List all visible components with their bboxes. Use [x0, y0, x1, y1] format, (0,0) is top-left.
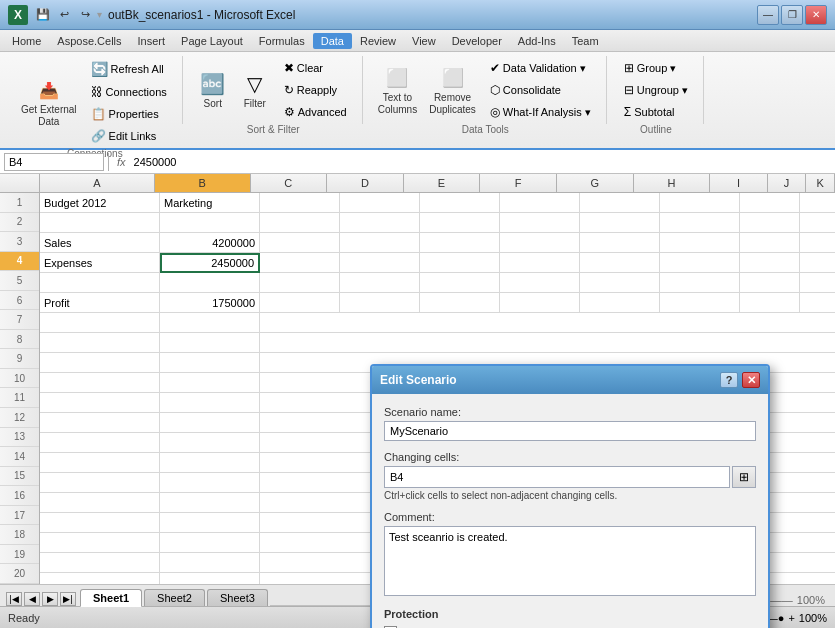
- cell-D6[interactable]: [340, 293, 420, 313]
- cell-C2[interactable]: [260, 213, 340, 233]
- close-btn[interactable]: ✕: [805, 5, 827, 25]
- cell-rest-7[interactable]: [260, 313, 835, 333]
- cell-E3[interactable]: [420, 233, 500, 253]
- cell-I4[interactable]: [740, 253, 800, 273]
- remove-duplicates-btn[interactable]: ⬜ RemoveDuplicates: [424, 61, 481, 119]
- cell-A6[interactable]: Profit: [40, 293, 160, 313]
- menu-data[interactable]: Data: [313, 33, 352, 49]
- cell-I6[interactable]: [740, 293, 800, 313]
- cell-C5[interactable]: [260, 273, 340, 293]
- cell-J2[interactable]: [800, 213, 835, 233]
- cell-E6[interactable]: [420, 293, 500, 313]
- changing-cells-input[interactable]: [384, 466, 730, 488]
- col-header-F[interactable]: F: [480, 174, 557, 192]
- cell-J4[interactable]: [800, 253, 835, 273]
- data-validation-btn[interactable]: ✔ Data Validation ▾: [483, 58, 598, 78]
- cell-C1[interactable]: [260, 193, 340, 213]
- cell-G4[interactable]: [580, 253, 660, 273]
- row-num-12[interactable]: 12: [0, 408, 39, 428]
- cell-A1[interactable]: Budget 2012: [40, 193, 160, 213]
- cell-E4[interactable]: [420, 253, 500, 273]
- row-num-7[interactable]: 7: [0, 310, 39, 330]
- cell-D1[interactable]: [340, 193, 420, 213]
- cell-C3[interactable]: [260, 233, 340, 253]
- clear-btn[interactable]: ✖ Clear: [277, 58, 354, 78]
- undo-quick-btn[interactable]: ↩: [55, 6, 73, 24]
- cell-G2[interactable]: [580, 213, 660, 233]
- cell-J3[interactable]: [800, 233, 835, 253]
- sheet-tab-sheet1[interactable]: Sheet1: [80, 589, 142, 607]
- col-header-I[interactable]: I: [710, 174, 768, 192]
- cell-J5[interactable]: [800, 273, 835, 293]
- menu-addins[interactable]: Add-Ins: [510, 33, 564, 49]
- cell-F5[interactable]: [500, 273, 580, 293]
- cell-A5[interactable]: [40, 273, 160, 293]
- col-header-K[interactable]: K: [806, 174, 835, 192]
- cell-A3[interactable]: Sales: [40, 233, 160, 253]
- row-num-4[interactable]: 4: [0, 252, 39, 272]
- name-box[interactable]: [4, 153, 104, 171]
- cell-D3[interactable]: [340, 233, 420, 253]
- text-to-columns-btn[interactable]: ⬜ Text toColumns: [373, 61, 422, 119]
- dialog-help-btn[interactable]: ?: [720, 372, 738, 388]
- sheet-nav-next-btn[interactable]: ▶: [42, 592, 58, 606]
- row-num-20[interactable]: 20: [0, 564, 39, 584]
- cell-H2[interactable]: [660, 213, 740, 233]
- cell-J1[interactable]: [800, 193, 835, 213]
- menu-aspose[interactable]: Aspose.Cells: [49, 33, 129, 49]
- cell-F3[interactable]: [500, 233, 580, 253]
- cell-H6[interactable]: [660, 293, 740, 313]
- cell-B5[interactable]: [160, 273, 260, 293]
- cell-D4[interactable]: [340, 253, 420, 273]
- cell-A4[interactable]: Expenses: [40, 253, 160, 273]
- cell-picker-btn[interactable]: ⊞: [732, 466, 756, 488]
- cell-E2[interactable]: [420, 213, 500, 233]
- filter-btn[interactable]: ▽ Filter: [235, 67, 275, 113]
- cell-C4[interactable]: [260, 253, 340, 273]
- cell-E5[interactable]: [420, 273, 500, 293]
- sheet-nav-last-btn[interactable]: ▶|: [60, 592, 76, 606]
- menu-developer[interactable]: Developer: [444, 33, 510, 49]
- comment-textarea[interactable]: Test sceanrio is created.: [384, 526, 756, 596]
- refresh-all-btn[interactable]: 🔄 Refresh All: [84, 58, 174, 80]
- col-header-B[interactable]: B: [155, 174, 251, 192]
- col-header-G[interactable]: G: [557, 174, 634, 192]
- get-external-data-btn[interactable]: 📥 Get ExternalData: [16, 73, 82, 131]
- cell-A7[interactable]: [40, 313, 160, 333]
- cell-B6[interactable]: 1750000: [160, 293, 260, 313]
- cell-B3[interactable]: 4200000: [160, 233, 260, 253]
- sort-btn[interactable]: 🔤 Sort: [193, 67, 233, 113]
- minimize-btn[interactable]: —: [757, 5, 779, 25]
- row-num-14[interactable]: 14: [0, 447, 39, 467]
- menu-home[interactable]: Home: [4, 33, 49, 49]
- row-num-1[interactable]: 1: [0, 193, 39, 213]
- cell-I3[interactable]: [740, 233, 800, 253]
- sheet-tab-sheet3[interactable]: Sheet3: [207, 589, 268, 606]
- menu-view[interactable]: View: [404, 33, 444, 49]
- cell-B4[interactable]: 2450000: [160, 253, 260, 273]
- subtotal-btn[interactable]: Σ Subtotal: [617, 102, 695, 122]
- connections-btn[interactable]: ⛓ Connections: [84, 82, 174, 102]
- row-num-8[interactable]: 8: [0, 330, 39, 350]
- scenario-name-input[interactable]: [384, 421, 756, 441]
- redo-quick-btn[interactable]: ↪: [76, 6, 94, 24]
- cell-I5[interactable]: [740, 273, 800, 293]
- cell-G1[interactable]: [580, 193, 660, 213]
- row-num-16[interactable]: 16: [0, 486, 39, 506]
- cell-J6[interactable]: [800, 293, 835, 313]
- save-quick-btn[interactable]: 💾: [34, 6, 52, 24]
- group-btn[interactable]: ⊞ Group ▾: [617, 58, 695, 78]
- sheet-nav-first-btn[interactable]: |◀: [6, 592, 22, 606]
- cell-B7[interactable]: [160, 313, 260, 333]
- menu-review[interactable]: Review: [352, 33, 404, 49]
- sheet-tab-sheet2[interactable]: Sheet2: [144, 589, 205, 606]
- cell-I2[interactable]: [740, 213, 800, 233]
- row-num-3[interactable]: 3: [0, 232, 39, 252]
- cell-F1[interactable]: [500, 193, 580, 213]
- col-header-H[interactable]: H: [634, 174, 711, 192]
- row-num-11[interactable]: 11: [0, 388, 39, 408]
- advanced-btn[interactable]: ⚙ Advanced: [277, 102, 354, 122]
- consolidate-btn[interactable]: ⬡ Consolidate: [483, 80, 598, 100]
- cell-C6[interactable]: [260, 293, 340, 313]
- cell-G5[interactable]: [580, 273, 660, 293]
